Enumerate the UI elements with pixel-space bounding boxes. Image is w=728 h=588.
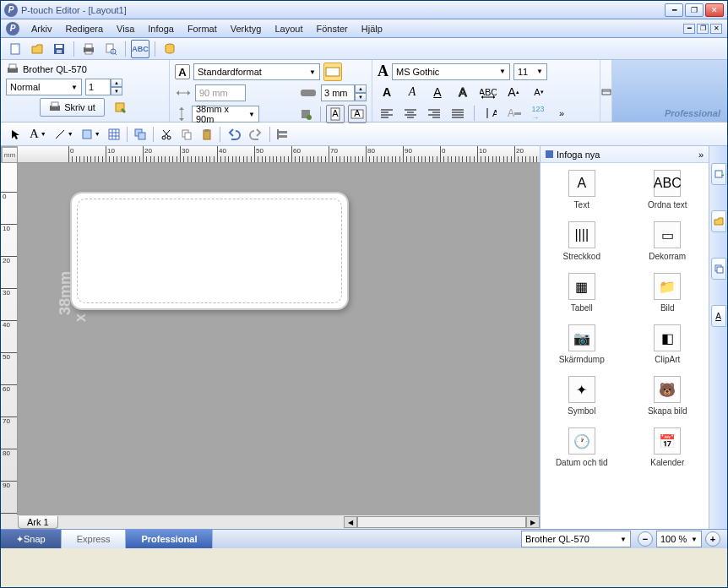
undo-button[interactable] bbox=[224, 125, 244, 144]
line-tool[interactable]: ▼ bbox=[51, 125, 76, 144]
decrease-font-button[interactable]: A▾ bbox=[530, 83, 548, 101]
landscape-button[interactable]: A bbox=[348, 105, 367, 123]
print-button[interactable] bbox=[79, 40, 98, 58]
label-object[interactable] bbox=[70, 192, 349, 310]
select-all-button[interactable] bbox=[131, 125, 149, 144]
open-button[interactable] bbox=[28, 40, 46, 58]
scroll-right-button[interactable]: ▶ bbox=[526, 516, 540, 528]
window-minimize-button[interactable]: ━ bbox=[665, 3, 683, 17]
underline-button[interactable]: A bbox=[428, 83, 447, 101]
scroll-left-button[interactable]: ◀ bbox=[344, 516, 357, 528]
align-center-button[interactable] bbox=[401, 104, 420, 122]
orientation-landscape-button[interactable] bbox=[323, 63, 342, 81]
paste-button[interactable] bbox=[198, 125, 216, 144]
menu-redigera[interactable]: Redigera bbox=[58, 21, 110, 36]
app-menu-icon[interactable]: P bbox=[6, 22, 19, 35]
insert-text[interactable]: AText bbox=[541, 170, 623, 210]
text-color-button[interactable]: A bbox=[505, 104, 524, 122]
more-font-button[interactable]: » bbox=[552, 104, 571, 122]
menu-fonster[interactable]: Fönster bbox=[309, 21, 354, 36]
margin-spinner[interactable]: ▲▼ bbox=[321, 84, 367, 101]
vertical-text-button[interactable]: A bbox=[481, 104, 500, 122]
copy-button[interactable] bbox=[177, 125, 196, 144]
menu-infoga[interactable]: Infoga bbox=[141, 21, 181, 36]
menu-visa[interactable]: Visa bbox=[110, 21, 141, 36]
insert-skärmdump[interactable]: 📷Skärmdump bbox=[541, 324, 623, 364]
paper-width-field[interactable]: 90 mm bbox=[195, 84, 246, 101]
print-mode-dropdown[interactable]: Normal▼ bbox=[6, 79, 82, 95]
menu-hjalp[interactable]: Hjälp bbox=[355, 21, 389, 36]
side-tab-add[interactable]: + bbox=[711, 163, 726, 185]
window-close-button[interactable]: ✕ bbox=[705, 3, 724, 17]
insert-streckkod[interactable]: ||||Streckkod bbox=[541, 221, 623, 261]
horizontal-ruler[interactable]: 010203040506070809001020 bbox=[18, 146, 540, 163]
insert-clipart[interactable]: ◧ClipArt bbox=[627, 324, 709, 364]
insert-ordna-text[interactable]: ABCOrdna text bbox=[627, 170, 709, 210]
copies-spinner[interactable]: ▲▼ bbox=[85, 79, 122, 95]
new-document-button[interactable] bbox=[6, 40, 24, 58]
increase-font-button[interactable]: A▴ bbox=[504, 83, 523, 101]
zoom-level-dropdown[interactable]: 100 %▼ bbox=[656, 531, 702, 547]
portrait-button[interactable]: A bbox=[326, 105, 345, 123]
zoom-out-button[interactable]: − bbox=[638, 531, 653, 547]
shape-tool[interactable]: ▼ bbox=[78, 125, 103, 144]
mdi-restore-button[interactable]: ❐ bbox=[697, 24, 709, 34]
save-button[interactable] bbox=[50, 40, 68, 58]
align-right-button[interactable] bbox=[425, 104, 443, 122]
menu-verktyg[interactable]: Verktyg bbox=[224, 21, 269, 36]
font-family-dropdown[interactable]: MS Gothic▼ bbox=[392, 63, 510, 80]
status-printer-dropdown[interactable]: Brother QL-570▼ bbox=[521, 531, 631, 547]
pointer-tool[interactable] bbox=[6, 125, 24, 144]
insert-tabell[interactable]: ▦Tabell bbox=[541, 273, 623, 313]
side-tab-properties[interactable]: A bbox=[711, 305, 726, 327]
database-button[interactable] bbox=[160, 40, 179, 58]
align-left-button[interactable] bbox=[378, 104, 396, 122]
side-tab-layers[interactable] bbox=[711, 258, 726, 280]
text-tool[interactable]: A▼ bbox=[26, 125, 49, 144]
insert-bild[interactable]: 📁Bild bbox=[627, 273, 709, 313]
paper-size-dropdown[interactable]: 38mm x 90m▼ bbox=[192, 106, 259, 122]
menu-arkiv[interactable]: Arkiv bbox=[24, 21, 58, 36]
text-format-button[interactable]: ABC bbox=[131, 40, 149, 58]
menu-layout[interactable]: Layout bbox=[268, 21, 309, 36]
window-maximize-button[interactable]: ❐ bbox=[685, 3, 704, 17]
sheet-tab[interactable]: Ark 1 bbox=[18, 516, 58, 529]
number-format-button[interactable]: 123→ bbox=[529, 104, 547, 122]
vertical-ruler[interactable]: 01020304050607080900 bbox=[1, 163, 18, 515]
font-size-dropdown[interactable]: 11▼ bbox=[513, 63, 547, 80]
insert-skapa-bild[interactable]: 🐻Skapa bild bbox=[627, 376, 709, 416]
label-shape-button[interactable] bbox=[299, 84, 318, 102]
italic-button[interactable]: A bbox=[403, 83, 421, 101]
outline-button[interactable]: A bbox=[454, 83, 472, 101]
svg-rect-50 bbox=[83, 130, 91, 139]
paper-format-dropdown[interactable]: Standardformat▼ bbox=[193, 63, 320, 80]
ribbon-collapse-button[interactable] bbox=[600, 82, 612, 101]
print-options-button[interactable] bbox=[111, 98, 130, 117]
print-preview-button[interactable] bbox=[101, 40, 120, 58]
mode-express-tab[interactable]: Express bbox=[62, 530, 127, 548]
mode-snap-tab[interactable]: ✦ Snap bbox=[1, 530, 62, 548]
mode-professional-tab[interactable]: Professional bbox=[126, 530, 213, 548]
paper-icon[interactable]: A bbox=[175, 64, 190, 79]
cut-button[interactable] bbox=[157, 125, 176, 144]
insert-kalender[interactable]: 📅Kalender bbox=[627, 427, 709, 467]
mdi-close-button[interactable]: ✕ bbox=[710, 24, 722, 34]
insert-datum-och-tid[interactable]: 🕐Datum och tid bbox=[541, 427, 623, 467]
align-objects-button[interactable] bbox=[274, 125, 292, 144]
canvas[interactable]: 38mm x 90mm bbox=[18, 163, 540, 515]
side-tab-folder[interactable] bbox=[711, 210, 726, 232]
align-justify-button[interactable] bbox=[448, 104, 467, 122]
redo-button[interactable] bbox=[246, 125, 266, 144]
horizontal-scrollbar[interactable] bbox=[357, 516, 526, 528]
bold-button[interactable]: A bbox=[378, 83, 396, 101]
zoom-in-button[interactable]: + bbox=[705, 531, 720, 547]
side-panel-expand-button[interactable]: » bbox=[698, 150, 704, 160]
menu-format[interactable]: Format bbox=[181, 21, 224, 36]
print-button-main[interactable]: Skriv ut bbox=[40, 98, 105, 117]
fit-text-button[interactable]: ABC bbox=[479, 83, 497, 101]
table-tool[interactable] bbox=[105, 125, 123, 144]
insert-symbol[interactable]: ✦Symbol bbox=[541, 376, 623, 416]
insert-dekorram[interactable]: ▭Dekorram bbox=[627, 221, 709, 261]
mdi-minimize-button[interactable]: ━ bbox=[683, 24, 695, 34]
feed-button[interactable] bbox=[296, 105, 315, 123]
